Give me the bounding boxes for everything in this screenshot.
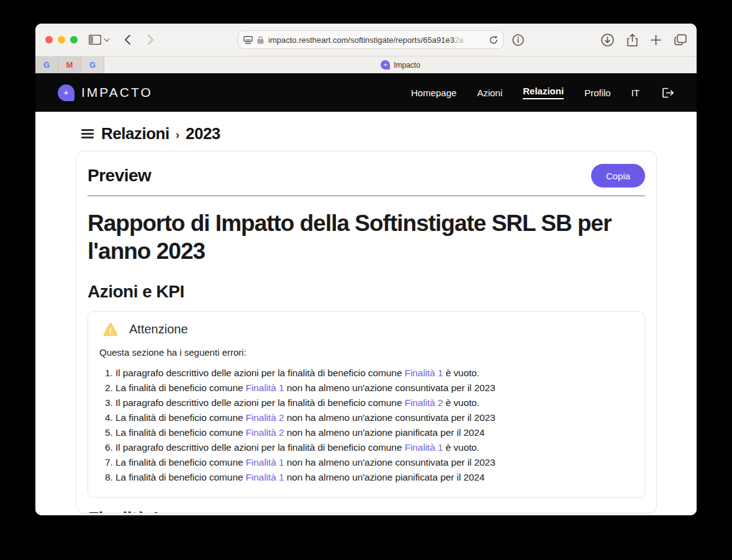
error-item: Il paragrafo descrittivo delle azioni pe…	[115, 440, 635, 455]
close-window-button[interactable]	[45, 36, 53, 43]
share-icon[interactable]	[627, 34, 638, 47]
google-favicon: G	[43, 60, 50, 70]
google-favicon: G	[89, 60, 96, 70]
tab-strip: G M G Impacto	[35, 56, 697, 73]
app-navbar: IMPACTO Homepage Azioni Relazioni Profil…	[35, 73, 697, 112]
info-icon[interactable]	[512, 34, 524, 46]
error-list: Il paragrafo descrittivo delle azioni pe…	[98, 366, 635, 485]
impacto-favicon	[381, 60, 390, 70]
back-button[interactable]	[124, 34, 131, 45]
lock-icon	[257, 36, 264, 44]
chevron-down-icon[interactable]	[104, 38, 110, 42]
error-item: La finalità di beneficio comune Finalità…	[115, 470, 635, 485]
finalita-link[interactable]: Finalità 2	[405, 397, 443, 408]
svg-text:!: !	[109, 327, 112, 336]
warning-title: Attenzione	[129, 322, 188, 336]
warning-intro: Questa sezione ha i seguenti errori:	[98, 347, 635, 358]
minimize-window-button[interactable]	[58, 36, 65, 43]
breadcrumb-separator-icon: ›	[176, 126, 179, 142]
downloads-icon[interactable]	[601, 34, 614, 47]
logout-icon[interactable]	[662, 88, 674, 98]
report-title: Rapporto di Impatto della Softinstigate …	[88, 209, 645, 265]
nav-profilo[interactable]: Profilo	[584, 88, 611, 98]
error-item: Il paragrafo descrittivo delle azioni pe…	[115, 366, 635, 381]
impacto-logo-icon	[58, 84, 75, 101]
url-text: impacto.restheart.com/softinstigate/repo…	[268, 35, 485, 45]
error-item: La finalità di beneficio comune Finalità…	[115, 425, 635, 440]
warning-triangle-icon: !	[102, 322, 119, 336]
brand[interactable]: IMPACTO	[58, 84, 153, 101]
preview-card: Preview Copia Rapporto di Impatto della …	[76, 151, 657, 513]
finalita-link[interactable]: Finalità 1	[246, 382, 284, 393]
pinned-tab-google-2[interactable]: G	[81, 56, 104, 73]
nav-homepage[interactable]: Homepage	[411, 88, 456, 98]
nav-relazioni[interactable]: Relazioni	[523, 86, 564, 99]
warning-box: ! Attenzione Questa sezione ha i seguent…	[88, 311, 645, 498]
browser-toolbar: impacto.restheart.com/softinstigate/repo…	[35, 24, 697, 56]
tab-title: Impacto	[394, 61, 420, 70]
finalita-link[interactable]: Finalità 1	[246, 472, 284, 482]
page-settings-icon[interactable]	[243, 36, 253, 44]
section-heading: Azioni e KPI	[88, 282, 645, 302]
finalita-link[interactable]: Finalità 1	[405, 442, 443, 453]
next-section-heading: Finalità 1	[88, 508, 645, 513]
breadcrumb: Relazioni › 2023	[76, 124, 657, 143]
active-tab-impacto[interactable]: Impacto	[104, 56, 697, 73]
forward-button[interactable]	[147, 34, 155, 45]
traffic-lights	[45, 36, 78, 43]
gmail-favicon: M	[66, 60, 73, 70]
browser-window: impacto.restheart.com/softinstigate/repo…	[35, 24, 697, 515]
breadcrumb-page: 2023	[186, 124, 220, 143]
divider	[88, 196, 645, 196]
pinned-tab-gmail[interactable]: M	[58, 56, 81, 73]
preview-title: Preview	[88, 166, 151, 186]
page-content: Relazioni › 2023 Preview Copia Rapporto …	[35, 112, 697, 515]
copy-button[interactable]: Copia	[591, 164, 645, 187]
error-item: La finalità di beneficio comune Finalità…	[115, 455, 635, 470]
address-bar[interactable]: impacto.restheart.com/softinstigate/repo…	[238, 30, 504, 49]
menu-icon[interactable]	[81, 129, 94, 138]
error-item: Il paragrafo descrittivo delle azioni pe…	[115, 395, 635, 410]
finalita-link[interactable]: Finalità 2	[246, 427, 284, 438]
finalita-link[interactable]: Finalità 1	[246, 457, 284, 467]
breadcrumb-section[interactable]: Relazioni	[101, 124, 169, 143]
error-item: La finalità di beneficio comune Finalità…	[115, 381, 635, 395]
tab-overview-icon[interactable]	[674, 34, 687, 45]
zoom-window-button[interactable]	[70, 36, 78, 43]
new-tab-icon[interactable]	[651, 35, 661, 45]
brand-name: IMPACTO	[81, 85, 153, 100]
finalita-link[interactable]: Finalità 1	[405, 368, 443, 378]
nav-language[interactable]: IT	[631, 88, 639, 98]
finalita-link[interactable]: Finalità 2	[246, 412, 284, 423]
nav-azioni[interactable]: Azioni	[477, 88, 502, 98]
pinned-tab-google[interactable]: G	[35, 56, 58, 73]
reload-icon[interactable]	[489, 35, 498, 45]
sidebar-toggle-icon[interactable]	[89, 35, 101, 45]
error-item: La finalità di beneficio comune Finalità…	[115, 410, 635, 425]
